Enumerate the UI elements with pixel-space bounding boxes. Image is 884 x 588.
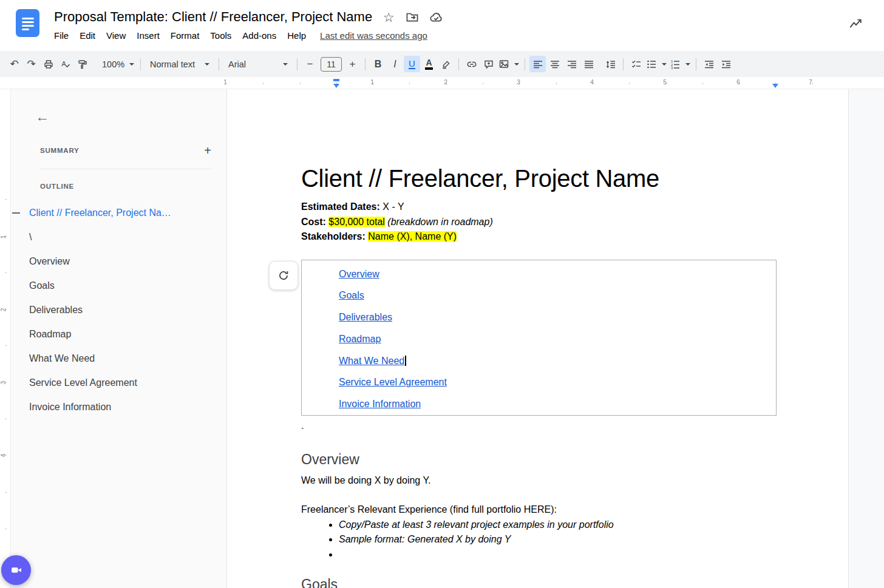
undo-button[interactable]: ↶ <box>6 56 22 72</box>
text-color-button[interactable]: A <box>421 56 437 72</box>
font-size-input[interactable]: 11 <box>321 57 342 72</box>
menu-insert[interactable]: Insert <box>131 29 165 42</box>
decrease-font-size-button[interactable]: − <box>302 56 318 72</box>
justify-button[interactable] <box>580 56 597 72</box>
close-outline-icon[interactable]: ← <box>35 110 49 124</box>
summary-row: SUMMARY + <box>40 144 211 157</box>
horizontal-ruler[interactable]: 1 1 2 3 4 5 6 7 <box>0 77 884 89</box>
outline-item-label: Service Level Agreement <box>29 377 137 388</box>
decrease-indent-button[interactable] <box>701 56 717 72</box>
refresh-toc-button[interactable] <box>269 261 298 290</box>
link-icon <box>466 59 477 70</box>
video-record-button[interactable] <box>1 555 31 585</box>
outline-item-label: Roadmap <box>29 329 71 340</box>
print-button[interactable] <box>40 56 56 72</box>
document-page[interactable]: Client // Freelancer, Project Name Estim… <box>226 89 849 588</box>
line-spacing-button[interactable] <box>602 56 619 72</box>
outline-item-what-we-need[interactable]: What We Need <box>11 346 226 371</box>
cost-highlight: $30,000 total <box>328 217 385 227</box>
paragraph-style-select[interactable]: Normal text <box>145 56 214 72</box>
toc-link-invoice[interactable]: Invoice Information <box>302 393 776 415</box>
toc-link-sla[interactable]: Service Level Agreement <box>302 371 776 393</box>
add-comment-button[interactable] <box>480 56 497 72</box>
bullet-item[interactable]: Copy/Paste at least 3 relevant project e… <box>339 518 777 533</box>
insert-link-button[interactable] <box>463 56 480 72</box>
ruler-number: 1 <box>0 235 7 239</box>
left-indent-marker[interactable] <box>333 84 339 88</box>
first-line-indent-marker[interactable] <box>333 79 339 81</box>
menu-addons[interactable]: Add-ons <box>237 29 282 42</box>
paint-format-button[interactable] <box>74 56 90 72</box>
overview-heading[interactable]: Overview <box>301 451 777 468</box>
separator <box>219 58 219 70</box>
spellcheck-button[interactable]: A <box>57 56 73 72</box>
separator <box>140 58 141 70</box>
add-summary-icon[interactable]: + <box>204 144 211 157</box>
underline-button[interactable]: U <box>404 56 420 72</box>
goals-heading[interactable]: Goals <box>301 576 777 588</box>
toc-link-goals[interactable]: Goals <box>302 285 776 306</box>
outline-item-goals[interactable]: Goals <box>11 274 226 298</box>
menu-format[interactable]: Format <box>165 29 205 42</box>
align-center-button[interactable] <box>546 56 563 72</box>
highlighter-icon <box>441 59 452 70</box>
experience-bullet-list[interactable]: Copy/Paste at least 3 relevant project e… <box>301 518 777 563</box>
star-icon[interactable]: ☆ <box>381 10 396 24</box>
bold-button[interactable]: B <box>370 56 386 72</box>
move-folder-icon[interactable] <box>405 10 420 24</box>
document-title[interactable]: Proposal Template: Client // Freelancer,… <box>54 9 372 25</box>
highlight-color-button[interactable] <box>438 56 454 72</box>
menu-tools[interactable]: Tools <box>205 29 237 42</box>
outline-label: OUTLINE <box>40 183 74 190</box>
menu-help[interactable]: Help <box>282 29 311 42</box>
menu-view[interactable]: View <box>101 29 131 42</box>
docs-logo-icon[interactable] <box>16 9 39 37</box>
bullet-item[interactable] <box>339 547 777 563</box>
outline-item-sla[interactable]: Service Level Agreement <box>11 371 226 395</box>
menu-file[interactable]: File <box>49 29 74 42</box>
increase-indent-button[interactable] <box>718 56 734 72</box>
cost-line[interactable]: Cost: $30,000 total (breakdown in roadma… <box>301 215 777 230</box>
outline-item-invoice[interactable]: Invoice Information <box>11 395 226 419</box>
align-left-button[interactable] <box>529 56 546 72</box>
stray-character[interactable]: ` <box>301 424 777 438</box>
justify-icon <box>583 59 594 70</box>
stakeholders-line[interactable]: Stakeholders: Name (X), Name (Y) <box>301 229 777 245</box>
estimated-dates-line[interactable]: Estimated Dates: X - Y <box>301 200 777 215</box>
increase-font-size-button[interactable]: + <box>344 56 361 72</box>
redo-button[interactable]: ↷ <box>23 56 39 72</box>
overview-body[interactable]: We will be doing X by doing Y. <box>301 473 777 488</box>
outline-item-roadmap[interactable]: Roadmap <box>11 322 226 346</box>
vertical-ruler[interactable]: 1 2 3 4 <box>0 89 11 588</box>
last-edit-status[interactable]: Last edit was seconds ago <box>320 30 427 41</box>
decrease-indent-icon <box>704 59 715 70</box>
insert-image-button[interactable] <box>497 56 520 72</box>
experience-intro[interactable]: Freelancer’s Relevant Experience (find f… <box>301 502 777 518</box>
align-right-button[interactable] <box>563 56 580 72</box>
page-title[interactable]: Client // Freelancer, Project Name <box>301 163 777 194</box>
toc-link-what-we-need[interactable]: What We Need <box>302 350 776 372</box>
italic-button[interactable]: I <box>387 56 403 72</box>
right-indent-marker[interactable] <box>772 84 778 88</box>
checklist-button[interactable] <box>628 56 644 72</box>
outline-sidebar: ← SUMMARY + OUTLINE Client // Freelancer… <box>11 89 226 588</box>
menu-edit[interactable]: Edit <box>74 29 101 42</box>
toc-link-deliverables[interactable]: Deliverables <box>302 306 776 328</box>
outline-item-title[interactable]: Client // Freelancer, Project Na… <box>11 201 226 225</box>
outline-item-label: Invoice Information <box>29 402 111 413</box>
font-family-select[interactable]: Arial <box>223 56 293 72</box>
bullet-item[interactable]: Sample format: Generated X by doing Y <box>339 532 777 547</box>
toc-link-roadmap[interactable]: Roadmap <box>302 328 776 350</box>
outline-item-overview[interactable]: Overview <box>11 249 226 274</box>
toc-link-overview[interactable]: Overview <box>302 263 776 285</box>
outline-item-deliverables[interactable]: Deliverables <box>11 298 226 322</box>
bulleted-list-button[interactable] <box>645 56 668 72</box>
table-of-contents[interactable]: Overview Goals Deliverables Roadmap What… <box>301 260 777 416</box>
separator <box>297 58 298 70</box>
numbered-list-button[interactable]: 1 2 3 <box>668 56 692 72</box>
zoom-select[interactable]: 100% <box>97 56 136 72</box>
outline-item-backslash[interactable]: \ <box>11 225 226 249</box>
trending-stats-icon[interactable] <box>849 16 863 30</box>
cloud-saved-icon[interactable] <box>429 10 443 24</box>
stakeholders-highlight: Name (X), Name (Y) <box>368 231 457 242</box>
